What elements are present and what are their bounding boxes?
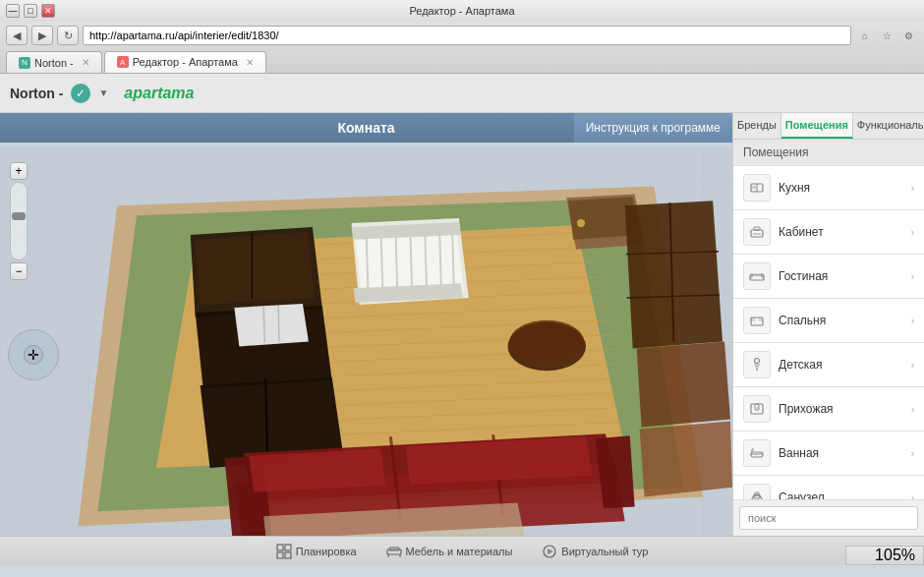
forward-button[interactable]: ▶ (31, 26, 53, 45)
dpad-center[interactable]: ✛ (24, 345, 43, 365)
home-icon[interactable]: ⌂ (855, 26, 875, 45)
sidebar: Бренды Помещения Функциональность Помеще… (732, 113, 924, 536)
tab-norton[interactable]: N Norton - ✕ (6, 51, 102, 73)
svg-rect-92 (277, 552, 283, 558)
svg-marker-99 (548, 548, 553, 554)
zoom-controls: + − (10, 162, 28, 280)
window-controls: — □ ✕ (6, 4, 55, 18)
hall-arrow: › (911, 404, 914, 415)
furniture-button[interactable]: Мебель и материалы (386, 544, 513, 559)
instruction-button[interactable]: Инструкция к программе (574, 113, 732, 143)
virtual-tour-button[interactable]: Виртуальный тур (542, 544, 648, 559)
tab-editor[interactable]: А Редактор - Апартама ✕ (104, 51, 266, 73)
svg-rect-64 (754, 227, 760, 230)
apartama-logo: apartama (124, 85, 194, 102)
toilet-label: Санузел (779, 490, 911, 499)
tab-brands[interactable]: Бренды (733, 113, 781, 139)
tab-norton-label: Norton - (34, 57, 74, 69)
toolbar-icons: ⌂ ☆ ⚙ (855, 26, 918, 45)
planning-icon (276, 544, 292, 559)
bedroom-icon (743, 307, 771, 334)
svg-marker-49 (637, 342, 730, 428)
svg-marker-37 (234, 304, 308, 346)
svg-rect-65 (753, 233, 761, 235)
kitchen-icon (743, 174, 771, 202)
furniture-label: Мебель и материалы (406, 546, 513, 557)
svg-rect-69 (752, 273, 762, 275)
tab-rooms[interactable]: Помещения (781, 113, 853, 139)
bedroom-arrow: › (911, 316, 914, 326)
svg-point-21 (577, 219, 585, 227)
maximize-button[interactable]: □ (24, 4, 37, 18)
room-canvas[interactable]: Комната Инструкция к программе + − ✛ (0, 113, 732, 536)
svg-marker-50 (640, 421, 732, 496)
refresh-button[interactable]: ↻ (57, 26, 79, 45)
svg-line-39 (263, 306, 264, 343)
norton-text: Norton - (10, 86, 63, 101)
furniture-icon (386, 544, 402, 559)
sidebar-item-bath[interactable]: Ванная › (733, 432, 924, 476)
svg-rect-93 (285, 552, 291, 558)
search-input[interactable] (739, 506, 918, 530)
planning-button[interactable]: Планировка (276, 544, 357, 559)
sidebar-item-kids[interactable]: Детская › (733, 343, 924, 387)
sidebar-item-kitchen[interactable]: Кухня › (733, 166, 924, 210)
address-bar[interactable] (83, 26, 851, 45)
svg-rect-62 (752, 186, 756, 189)
sidebar-item-office[interactable]: Кабинет › (733, 210, 924, 255)
toilet-icon (743, 484, 771, 499)
svg-point-77 (757, 407, 759, 409)
sidebar-item-toilet[interactable]: Санузел › (733, 476, 924, 499)
svg-line-40 (278, 306, 279, 342)
zoom-level: 105% (875, 547, 915, 564)
sidebar-tabs: Бренды Помещения Функциональность (733, 113, 924, 140)
svg-rect-76 (755, 404, 759, 410)
bedroom-label: Спальня (779, 314, 911, 327)
svg-rect-72 (759, 317, 763, 321)
kitchen-arrow: › (911, 183, 914, 194)
svg-marker-23 (196, 232, 315, 305)
living-label: Гостиная (779, 269, 911, 283)
tab-functionality[interactable]: Функциональность (853, 113, 924, 139)
bath-icon (743, 439, 771, 467)
bottom-toolbar: Планировка Мебель и материалы Виртуальны… (0, 536, 924, 565)
editor-favicon: А (117, 56, 129, 68)
office-icon (743, 218, 771, 246)
room-3d-view (0, 147, 732, 536)
minimize-button[interactable]: — (6, 4, 20, 18)
room-title: Комната (337, 120, 394, 136)
office-arrow: › (911, 227, 914, 238)
bath-arrow: › (911, 448, 914, 459)
tab-editor-close[interactable]: ✕ (246, 57, 254, 68)
svg-point-73 (755, 359, 760, 364)
zoom-slider-thumb[interactable] (12, 212, 26, 220)
settings-icon[interactable]: ⚙ (898, 26, 918, 45)
hall-label: Прихожая (779, 402, 911, 416)
kitchen-label: Кухня (779, 181, 911, 195)
svg-rect-90 (277, 545, 283, 550)
close-button[interactable]: ✕ (41, 4, 55, 18)
zoom-out-button[interactable]: − (10, 262, 28, 280)
office-label: Кабинет (779, 225, 911, 239)
zoom-slider[interactable] (10, 182, 28, 260)
main-content: Комната Инструкция к программе + − ✛ (0, 113, 924, 536)
sidebar-item-bedroom[interactable]: Спальня › (733, 299, 924, 343)
norton-check-icon: ✓ (71, 84, 90, 103)
kids-icon (743, 351, 771, 378)
zoom-in-button[interactable]: + (10, 162, 28, 180)
bath-label: Ванная (779, 446, 911, 460)
room-header: Комната Инструкция к программе (0, 113, 732, 143)
star-icon[interactable]: ☆ (877, 26, 896, 45)
directional-pad[interactable]: ✛ (8, 329, 59, 380)
planning-label: Планировка (296, 546, 357, 557)
sidebar-item-living[interactable]: Гостиная › (733, 255, 924, 299)
svg-rect-71 (751, 317, 755, 321)
svg-point-44 (510, 320, 584, 363)
sidebar-items-list: Кухня › Кабинет › Гостиная › (733, 166, 924, 499)
virtual-tour-label: Виртуальный тур (561, 546, 648, 557)
sidebar-item-hall[interactable]: Прихожая › (733, 387, 924, 432)
back-button[interactable]: ◀ (6, 26, 28, 45)
toilet-arrow: › (911, 492, 914, 500)
browser-titlebar: — □ ✕ Редактор - Апартама (0, 0, 924, 22)
tab-norton-close[interactable]: ✕ (82, 57, 89, 68)
